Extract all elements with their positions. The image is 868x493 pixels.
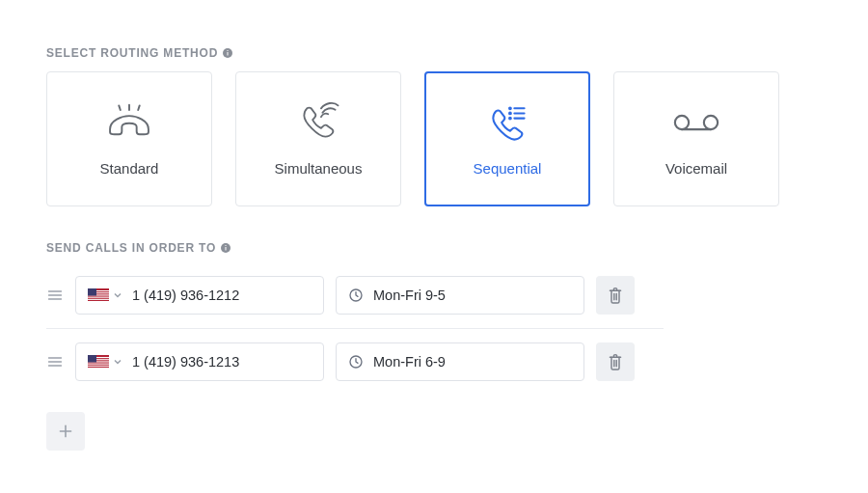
plus-icon: [58, 424, 73, 439]
svg-rect-2: [228, 50, 229, 51]
svg-point-8: [509, 112, 511, 114]
call-rule-row: 1 (419) 936-1213 Mon-Fri 6-9: [46, 333, 822, 391]
phone-number-value: 1 (419) 936-1212: [132, 288, 239, 303]
phone-number-value: 1 (419) 936-1213: [132, 354, 239, 370]
svg-point-6: [509, 107, 511, 109]
schedule-value: Mon-Fri 6-9: [373, 354, 446, 370]
method-label: Standard: [100, 160, 159, 177]
country-selector[interactable]: [88, 288, 122, 302]
routing-method-title: SELECT ROUTING METHOD: [46, 46, 822, 60]
method-label: Voicemail: [665, 160, 727, 177]
svg-rect-25: [88, 297, 109, 298]
us-flag-icon: [88, 355, 109, 369]
method-card-simultaneous[interactable]: Simultaneous: [235, 71, 401, 206]
delete-button[interactable]: [596, 276, 635, 315]
svg-rect-26: [88, 299, 109, 300]
chevron-down-icon: [113, 292, 122, 298]
routing-method-options: Standard Simultaneous Sequentia: [46, 71, 822, 206]
phone-hangup-icon: [107, 102, 151, 143]
svg-point-12: [675, 115, 689, 128]
svg-rect-41: [88, 368, 109, 369]
info-icon[interactable]: [220, 242, 231, 254]
delete-button[interactable]: [596, 342, 635, 381]
trash-icon: [608, 287, 623, 304]
svg-rect-28: [88, 288, 96, 296]
chevron-down-icon: [113, 359, 122, 365]
svg-point-13: [704, 115, 718, 128]
svg-point-10: [509, 117, 511, 119]
svg-line-3: [119, 105, 121, 110]
method-card-voicemail[interactable]: Voicemail: [613, 71, 779, 206]
trash-icon: [608, 353, 623, 370]
drag-handle-icon[interactable]: [46, 288, 64, 302]
svg-rect-17: [226, 245, 227, 246]
drag-handle-icon[interactable]: [46, 355, 64, 369]
phone-list-icon: [485, 102, 529, 143]
clock-icon: [348, 288, 364, 303]
country-selector[interactable]: [88, 355, 122, 369]
us-flag-icon: [88, 288, 109, 302]
call-rule-row: 1 (419) 936-1212 Mon-Fri 9-5: [46, 266, 822, 324]
add-rule-button[interactable]: [46, 412, 85, 451]
method-card-standard[interactable]: Standard: [46, 71, 212, 206]
clock-icon: [348, 354, 364, 370]
svg-rect-16: [226, 247, 227, 251]
svg-line-5: [138, 105, 140, 110]
svg-rect-40: [88, 366, 109, 367]
divider: [46, 328, 664, 329]
send-calls-title-text: SEND CALLS IN ORDER TO: [46, 241, 216, 255]
phone-input[interactable]: 1 (419) 936-1213: [75, 342, 324, 381]
method-label: Simultaneous: [275, 160, 363, 177]
svg-rect-39: [88, 364, 109, 365]
svg-rect-27: [88, 301, 109, 302]
method-label: Sequential: [474, 160, 542, 177]
schedule-value: Mon-Fri 9-5: [373, 288, 446, 303]
voicemail-icon: [672, 102, 720, 143]
svg-rect-42: [88, 355, 96, 363]
schedule-input[interactable]: Mon-Fri 9-5: [336, 276, 584, 315]
method-card-sequential[interactable]: Sequential: [424, 71, 590, 206]
send-calls-title: SEND CALLS IN ORDER TO: [46, 241, 822, 255]
phone-radiate-icon: [297, 102, 339, 143]
routing-method-title-text: SELECT ROUTING METHOD: [46, 46, 218, 60]
schedule-input[interactable]: Mon-Fri 6-9: [336, 342, 584, 381]
info-icon[interactable]: [222, 47, 233, 59]
phone-input[interactable]: 1 (419) 936-1212: [75, 276, 324, 315]
svg-rect-1: [228, 52, 229, 56]
